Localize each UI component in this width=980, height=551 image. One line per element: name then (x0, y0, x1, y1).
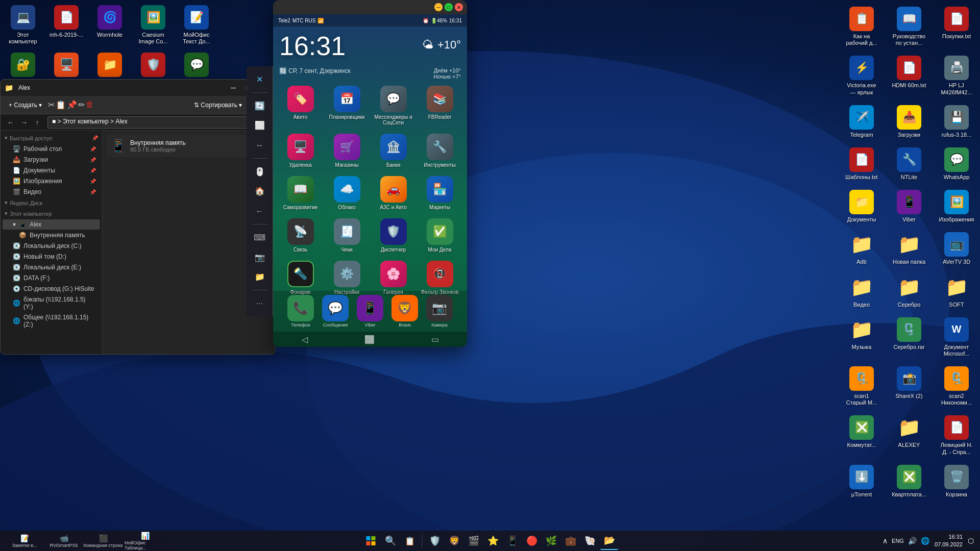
icon-zagruzki[interactable]: 📥 Загрузки (889, 103, 929, 141)
side-resize-btn[interactable]: ↔ (251, 136, 269, 154)
sidebar-item-documents[interactable]: 📄 Документы 📌 (3, 165, 100, 176)
icon-scan1[interactable]: 🗜️ scan1 Старый М... (841, 364, 882, 409)
icon-korzina[interactable]: 🗑️ Корзина (936, 462, 977, 500)
phone-minimize-button[interactable]: ─ (434, 3, 443, 11)
icon-hdmi[interactable]: 📄 HDMI 60m.txt (889, 53, 929, 98)
taskbar-shell[interactable]: 🐚 (581, 532, 599, 550)
taskview-button[interactable]: 📋 (401, 532, 419, 550)
phone-app-remote[interactable]: 🖥️ Удаленка (279, 134, 322, 168)
taskbar-antivirus[interactable]: 🛡️ (426, 532, 444, 550)
dock-sms[interactable]: 💬 Сообщения (322, 295, 349, 328)
dock-viber[interactable]: 📱 Viber (357, 295, 383, 328)
phone-maximize-button[interactable]: □ (445, 3, 453, 11)
rename-icon[interactable]: ✏ (78, 100, 85, 110)
start-button[interactable] (362, 532, 380, 550)
icon-serebro-rar[interactable]: 🗜️ Серебро.rar (889, 315, 929, 360)
dock-phone[interactable]: 📞 Телефон (287, 295, 314, 328)
side-fullscreen-btn[interactable]: ⬜ (251, 116, 269, 134)
sidebar-item-video[interactable]: 🎬 Видео 📌 (3, 187, 100, 197)
forward-button[interactable]: → (18, 116, 30, 129)
taskbar-zaметки[interactable]: 📝 Заметки в... (4, 532, 45, 550)
side-home-btn[interactable]: 🏠 (251, 183, 269, 201)
icon-shablony[interactable]: 📄 Шаблоны.txt (841, 145, 882, 183)
icon-video[interactable]: 📁 Видео (841, 272, 882, 311)
phone-app-receipts[interactable]: 🧾 Чеки (326, 218, 368, 253)
sidebar-item-alex[interactable]: ▾ 📱 Alex (3, 219, 100, 230)
phone-app-planner[interactable]: 📅 Планировщики (326, 86, 368, 126)
taskbar-cmd[interactable]: ⬛ Командная строка (83, 532, 124, 550)
icon-wormhole[interactable]: 🌀 Wormhole (89, 3, 130, 47)
taskbar-media[interactable]: 🎬 (464, 532, 483, 550)
sidebar-item-g[interactable]: 💿 CD-дисковод (G:) HiSuite (3, 284, 100, 294)
address-path[interactable]: ■ > Этот компьютер > Alex (47, 116, 271, 129)
side-more-btn[interactable]: ··· (251, 294, 269, 312)
icon-scan2[interactable]: 🗜️ scan2 Никономи... (936, 364, 977, 409)
sidebar-item-e[interactable]: 💽 Локальный диск (E:) (3, 262, 100, 272)
dock-brave[interactable]: 🦁 Brave (391, 295, 418, 328)
phone-app-gallery[interactable]: 🌸 Галерея (372, 261, 414, 295)
icon-adb[interactable]: 📁 Adb (841, 230, 882, 268)
icon-pokupki[interactable]: 📄 Покупки.txt (936, 4, 977, 49)
phone-app-banks[interactable]: 🏦 Банки (372, 134, 414, 168)
tray-network[interactable]: 🌐 (920, 536, 930, 546)
phone-app-gas[interactable]: 🚗 АЗС и Авто (372, 176, 414, 210)
sidebar-item-f[interactable]: 💽 DATA (F:) (3, 273, 100, 283)
paste-icon[interactable]: 📌 (67, 100, 77, 110)
sidebar-item-desktop[interactable]: 🖥️ Рабочий стол 📌 (3, 144, 100, 154)
phone-app-cloud[interactable]: ☁️ Облако (326, 176, 368, 210)
icon-dokumenty[interactable]: 📁 Документы (841, 187, 882, 226)
icon-rufus[interactable]: 💾 rufus-3.18... (936, 103, 977, 141)
delete-icon[interactable]: 🗑 (86, 100, 94, 110)
icon-komutat[interactable]: ❎ Коммутат... (841, 413, 882, 458)
minimize-button[interactable]: ─ (226, 81, 240, 95)
phone-close-button[interactable]: ✕ (455, 3, 463, 11)
phone-app-selfdev[interactable]: 📖 Саморазвитие (279, 176, 322, 210)
icon-manual[interactable]: 📖 Руководство по устан... (889, 4, 929, 49)
icon-novaya-papka[interactable]: 📁 Новая папка (889, 230, 929, 268)
icon-soft[interactable]: 📁 SOFT (936, 272, 977, 311)
phone-app-tools[interactable]: 🔧 Инструменты (419, 134, 461, 168)
create-button[interactable]: + Создать ▾ (5, 101, 46, 110)
sidebar-item-internal[interactable]: 📦 Внутренняя память (3, 230, 100, 240)
tray-lang[interactable]: ENG (891, 537, 905, 545)
taskbar-rvi[interactable]: 📹 RViSmartPS5 (46, 532, 82, 550)
sort-button[interactable]: ⇅ Сортировать ▾ (190, 101, 246, 110)
phone-app-mytasks[interactable]: ✅ Мои Дела (419, 218, 461, 253)
phone-app-messengers[interactable]: 💬 Мессенджеры и СоцСети (372, 86, 414, 126)
taskbar-briefcase[interactable]: 💼 (561, 532, 580, 550)
back-button[interactable]: ← (5, 116, 17, 129)
cut-icon[interactable]: ✂ (48, 100, 55, 110)
icon-computer[interactable]: 💻 Этот компьютер (3, 3, 43, 47)
icon-utorrent[interactable]: ⬇️ µTorrent (841, 462, 882, 500)
up-button[interactable]: ↑ (31, 116, 43, 129)
icon-izobr[interactable]: 🖼️ Изображения (936, 187, 977, 226)
side-back-btn[interactable]: ← (251, 202, 269, 220)
icon-avertv[interactable]: 📺 AVerTV 3D (936, 230, 977, 268)
phone-app-avito[interactable]: 🏷️ Авито (279, 86, 322, 126)
phone-app-markets[interactable]: 🏪 Маркеты (419, 176, 461, 210)
nav-recents-button[interactable]: ▭ (431, 335, 439, 344)
icon-viber[interactable]: 📱 Viber (889, 187, 929, 226)
icon-victoria[interactable]: ⚡ Victoria.exe — ярлык (841, 53, 882, 98)
sidebar-item-y[interactable]: 🌐 бэкапы (\\192.168.1.5) (Y:) (3, 294, 100, 312)
nav-back-button[interactable]: ◁ (302, 335, 308, 344)
sidebar-item-z[interactable]: 🌐 Общее (\\192.168.1.15) (Z:) (3, 312, 100, 330)
taskbar-green[interactable]: 🌿 (542, 532, 560, 550)
phone-app-flashlight[interactable]: 🔦 Фонарик (279, 261, 322, 295)
sidebar-item-downloads[interactable]: 📥 Загрузки 📌 (3, 155, 100, 165)
icon-muzyka[interactable]: 📁 Музыка (841, 315, 882, 360)
side-keyboard-btn[interactable]: ⌨ (251, 229, 269, 246)
phone-app-comm[interactable]: 📡 Связь (279, 218, 322, 253)
icon-mh6[interactable]: 📄 mh-6-2019-... (46, 3, 87, 47)
icon-telegram[interactable]: ✈️ Telegram (841, 103, 882, 141)
icon-whatsapp[interactable]: 💬 WhatsApp (936, 145, 977, 183)
taskbar-brave[interactable]: 🦁 (445, 532, 463, 550)
icon-sharex[interactable]: 📸 ShareX (2) (889, 364, 929, 409)
icon-alexey-folder[interactable]: 📁 ALEXEY (889, 413, 929, 458)
icon-word-doc[interactable]: W Документ Microsof... (936, 315, 977, 360)
sidebar-item-d[interactable]: 💽 Новый том (D:) (3, 252, 100, 262)
side-photo-btn[interactable]: 📷 (251, 248, 269, 266)
phone-app-callfilter[interactable]: 📵 Фильтр Звонков (419, 261, 461, 295)
copy-icon[interactable]: 📋 (56, 100, 66, 110)
icon-serebro-folder[interactable]: 📁 Серебро (889, 272, 929, 311)
